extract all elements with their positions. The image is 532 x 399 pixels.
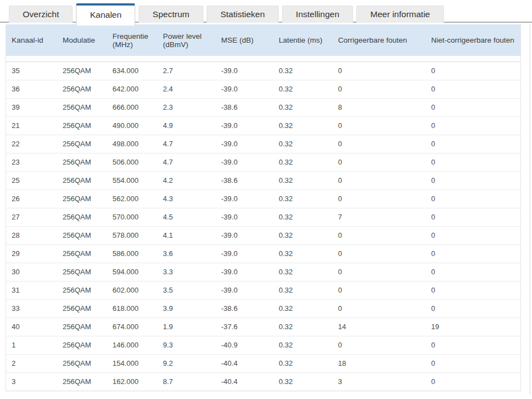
table-cell: 0 <box>431 263 520 281</box>
table-cell: 3 <box>12 373 63 391</box>
table-cell: 0 <box>431 56 520 61</box>
table-cell: 256QAM <box>63 263 112 281</box>
table-cell: 0 <box>338 263 431 281</box>
table-row: 25256QAM554.0004.2-38.60.3200 <box>6 171 520 190</box>
table-cell: 4.6 <box>163 56 221 61</box>
table-cell: 4.7 <box>163 135 221 153</box>
table-cell: 0 <box>338 336 431 354</box>
table-cell: -39.0 <box>221 282 279 299</box>
table-row: 27256QAM570.0004.5-39.00.3270 <box>6 208 520 226</box>
table-cell: 0.32 <box>279 117 338 135</box>
tab-instellingen[interactable]: Instellingen <box>282 6 353 23</box>
table-cell: 3.3 <box>163 263 221 281</box>
table-row: 36256QAM642.0002.4-39.00.3200 <box>6 80 520 98</box>
table-cell: 4.2 <box>163 172 221 190</box>
channels-table: Kanaal-idModulatieFrequentie(MHz)Power l… <box>6 24 521 391</box>
table-cell: 0 <box>431 154 520 171</box>
table-cell: 7 <box>338 208 431 226</box>
table-cell: 602.000 <box>112 282 163 299</box>
table-cell: 28 <box>12 227 63 244</box>
table-cell: 0 <box>338 227 431 244</box>
table-cell: 256QAM <box>63 355 112 372</box>
table-row: 21256QAM490.0004.9-39.00.3200 <box>6 116 520 135</box>
table-cell: 0.32 <box>279 56 338 61</box>
table-cell: 0 <box>338 62 431 80</box>
column-header: MSE (dB) <box>221 36 279 44</box>
table-cell: -40.9 <box>221 336 279 354</box>
clipped-table-row: 8256QAM202.0004.6-40.40.3200 <box>6 56 520 62</box>
table-bottom-border <box>6 391 520 391</box>
table-cell: 0 <box>431 245 520 263</box>
column-header: Frequentie(MHz) <box>112 32 163 49</box>
table-cell: 0 <box>338 135 431 153</box>
table-cell: 27 <box>12 208 63 226</box>
table-row: 26256QAM562.0004.3-39.00.3200 <box>6 190 520 208</box>
column-header: Niet-corrigeerbare fouten <box>431 36 520 44</box>
table-cell: 490.000 <box>112 117 163 135</box>
column-header: Modulatie <box>63 36 112 44</box>
table-cell: 256QAM <box>63 318 112 336</box>
table-cell: 8 <box>338 99 431 116</box>
table-cell: 31 <box>12 282 63 299</box>
table-cell: 618.000 <box>112 300 163 318</box>
table-cell: 0 <box>431 62 520 80</box>
table-cell: 0.32 <box>279 336 338 354</box>
table-cell: -39.0 <box>221 245 279 263</box>
tab-overzicht[interactable]: Overzicht <box>9 6 73 23</box>
column-header: Corrigeerbare fouten <box>338 36 431 44</box>
table-cell: 8 <box>12 56 63 61</box>
table-row: 3256QAM162.0008.7-40.40.3230 <box>6 372 520 391</box>
table-cell: 0.32 <box>279 227 338 244</box>
table-cell: 0.32 <box>279 282 338 299</box>
scrollbar-track[interactable] <box>530 24 530 395</box>
table-cell: 3.9 <box>163 300 221 318</box>
table-cell: 4.3 <box>163 190 221 208</box>
table-cell: 256QAM <box>63 282 112 299</box>
table-cell: 0 <box>338 172 431 190</box>
table-cell: 570.000 <box>112 208 163 226</box>
tab-kanalen[interactable]: Kanalen <box>76 3 135 25</box>
table-cell: 256QAM <box>63 99 112 116</box>
table-cell: 0 <box>431 80 520 98</box>
table-cell: 256QAM <box>63 245 112 263</box>
table-cell: 0 <box>338 117 431 135</box>
tab-statistieken[interactable]: Statistieken <box>207 6 279 23</box>
table-cell: -39.0 <box>221 80 279 98</box>
table-cell: 0.32 <box>279 62 338 80</box>
table-cell: -37.6 <box>221 318 279 336</box>
table-cell: 25 <box>12 172 63 190</box>
table-cell: 36 <box>12 80 63 98</box>
table-cell: 256QAM <box>63 300 112 318</box>
table-cell: 162.000 <box>112 373 163 391</box>
table-cell: 40 <box>12 318 63 336</box>
table-cell: 586.000 <box>112 245 163 263</box>
table-cell: 39 <box>12 99 63 116</box>
table-cell: 0 <box>431 300 520 318</box>
tab-meer-informatie[interactable]: Meer informatie <box>356 6 444 23</box>
table-cell: 642.000 <box>112 80 163 98</box>
column-header: Latentie (ms) <box>279 36 338 44</box>
tab-spectrum[interactable]: Spectrum <box>139 6 203 23</box>
table-cell: 23 <box>12 154 63 171</box>
table-cell: 0.32 <box>279 135 338 153</box>
table-cell: 2.4 <box>163 80 221 98</box>
table-cell: 0 <box>338 80 431 98</box>
table-cell: 506.000 <box>112 154 163 171</box>
table-cell: 0 <box>338 282 431 299</box>
table-cell: 202.000 <box>112 56 163 61</box>
table-cell: -39.0 <box>221 154 279 171</box>
table-cell: 29 <box>12 245 63 263</box>
table-cell: 0.32 <box>279 208 338 226</box>
table-cell: 256QAM <box>63 208 112 226</box>
table-cell: 0 <box>431 135 520 153</box>
table-cell: 0 <box>338 190 431 208</box>
table-cell: 256QAM <box>63 190 112 208</box>
table-cell: 0 <box>338 56 431 61</box>
table-row: 23256QAM506.0004.7-39.00.3200 <box>6 153 520 171</box>
table-cell: 4.5 <box>163 208 221 226</box>
table-cell: 594.000 <box>112 263 163 281</box>
table-row: 22256QAM498.0004.7-39.00.3200 <box>6 135 520 153</box>
table-cell: 256QAM <box>63 172 112 190</box>
table-cell: -40.4 <box>221 355 279 372</box>
table-cell: 0 <box>338 245 431 263</box>
